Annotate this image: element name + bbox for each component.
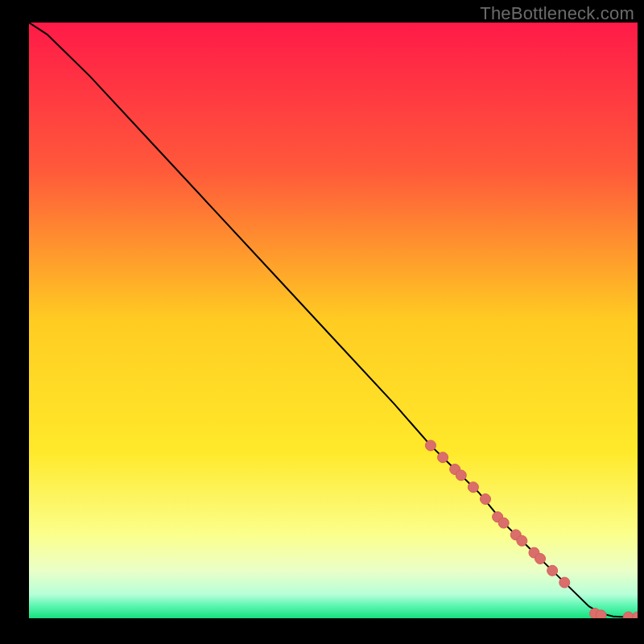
data-marker (535, 554, 546, 564)
gradient-background (29, 23, 638, 618)
data-marker (456, 470, 466, 481)
data-marker (517, 535, 527, 546)
watermark-text: TheBottleneck.com (480, 3, 634, 24)
data-marker (498, 518, 509, 528)
data-marker (481, 494, 491, 505)
bottleneck-chart (29, 23, 638, 618)
data-marker (547, 565, 558, 576)
plot-area (29, 23, 638, 618)
data-marker (559, 577, 570, 588)
data-marker (468, 482, 478, 493)
chart-frame: TheBottleneck.com (0, 0, 644, 644)
data-marker (438, 452, 448, 463)
data-marker (425, 440, 436, 451)
data-marker (596, 610, 606, 618)
